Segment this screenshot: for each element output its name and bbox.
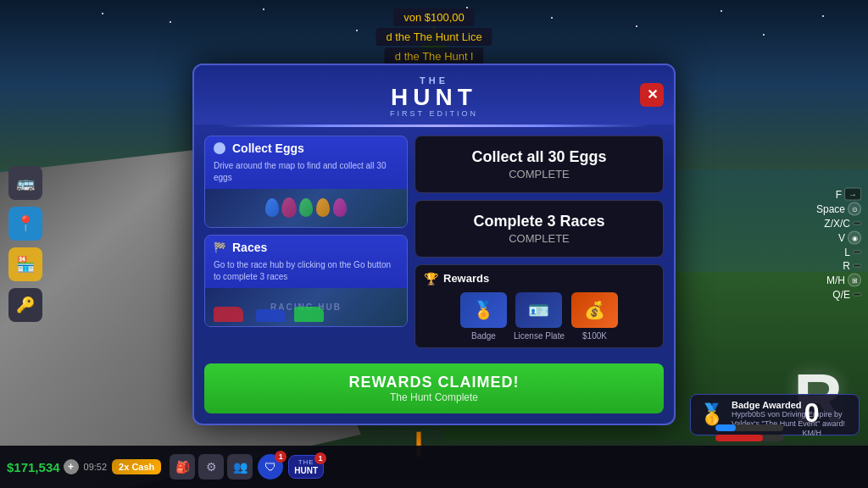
- complete-races-objective: Complete 3 Races COMPLETE: [415, 200, 664, 258]
- hud-zxc: Z/X/C: [816, 218, 861, 230]
- modal-title-hunt: HUNT: [390, 86, 478, 109]
- bottom-bar: $171,534 + 09:52 2x Cash 🎒 ⚙ 👥 🛡 1 THE H…: [0, 446, 868, 488]
- hud-zxc-key: [853, 222, 861, 225]
- health-bar-track: [715, 435, 783, 441]
- hunt-badge[interactable]: THE HUNT 1: [288, 455, 324, 479]
- cash-add-button[interactable]: +: [64, 459, 79, 474]
- collect-eggs-image: [205, 189, 407, 227]
- sidebar: 🚌 📍 🏪 🔑: [8, 166, 42, 322]
- hud-f-label: F: [836, 188, 842, 200]
- sidebar-btn-key[interactable]: 🔑: [8, 288, 42, 322]
- collect-eggs-desc: Drive around the map to find and collect…: [205, 160, 407, 189]
- complete-races-objective-status: COMPLETE: [509, 232, 570, 245]
- hud-qe-key: [853, 293, 861, 297]
- sidebar-btn-location[interactable]: 📍: [8, 207, 42, 241]
- hunt-badge-notif: 1: [314, 452, 326, 464]
- speed-display: 0 KM/H: [803, 397, 822, 437]
- badge-medal-icon: 🥇: [699, 402, 725, 426]
- hud-mh: M/H ⊞: [816, 274, 861, 287]
- reward-license-plate: 🪪 License Plate: [514, 292, 565, 341]
- quest-column: Collect Eggs Drive around the map to fin…: [204, 136, 408, 348]
- collect-eggs-title: Collect Eggs: [232, 141, 304, 155]
- races-header: 🏁 Races: [205, 236, 407, 259]
- cash-icon: 💰: [584, 300, 605, 320]
- reward-cash-image: 💰: [571, 292, 618, 328]
- reward-badge-image: 🏅: [460, 292, 507, 328]
- races-desc: Go to the race hub by clicking on the Go…: [205, 259, 407, 288]
- hunt-badge-label: HUNT: [294, 466, 318, 475]
- notification-area: 🛡 1: [258, 454, 283, 480]
- rewards-header: 🏆 Rewards: [424, 272, 654, 286]
- claim-btn-subtitle: The Hunt Complete: [390, 391, 478, 403]
- modal-title-edition: FIRST EDITION: [390, 109, 478, 118]
- boost-badge: 2x Cash: [112, 459, 161, 474]
- objectives-column: Collect all 30 Eggs COMPLETE Complete 3 …: [415, 136, 664, 348]
- boost-bar-fill: [715, 424, 736, 431]
- cash-value: $171,534: [7, 460, 60, 474]
- rewards-title: Rewards: [443, 272, 489, 285]
- sidebar-btn-shop[interactable]: 🏪: [8, 247, 42, 281]
- notification-icon: 🛡: [264, 460, 276, 474]
- right-hud: F → Space ⊙ Z/X/C V ◉ L R M/H ⊞ Q/E: [816, 188, 861, 301]
- hud-v-key: ◉: [848, 231, 861, 245]
- collect-eggs-objective: Collect all 30 Eggs COMPLETE: [415, 136, 664, 193]
- hud-mh-label: M/H: [826, 274, 845, 286]
- speed-unit: KM/H: [803, 429, 822, 437]
- modal-body: Collect Eggs Drive around the map to fin…: [194, 127, 674, 357]
- hud-r: R: [816, 260, 861, 272]
- collect-eggs-objective-status: COMPLETE: [509, 168, 570, 180]
- health-bar-row: [715, 435, 783, 441]
- hud-l: L: [816, 247, 861, 258]
- speed-value: 0: [803, 397, 822, 429]
- hud-mh-key: ⊞: [848, 274, 861, 287]
- races-card: 🏁 Races Go to the race hub by clicking o…: [204, 235, 408, 327]
- races-title: Races: [232, 241, 267, 254]
- modal-close-button[interactable]: ✕: [640, 83, 664, 107]
- badge-icon: 🏅: [473, 300, 494, 320]
- hud-r-label: R: [843, 260, 850, 272]
- claim-rewards-button[interactable]: REWARDS CLAIMED! The Hunt Complete: [204, 363, 664, 413]
- trophy-icon: 🏆: [424, 272, 438, 286]
- badge-awarded-title: Badge Awarded: [732, 400, 850, 410]
- bottom-icon-bag[interactable]: 🎒: [170, 454, 195, 480]
- rewards-card: 🏆 Rewards 🏅 Badge 🪪: [415, 264, 664, 348]
- hud-f: F →: [816, 188, 861, 201]
- hunt-modal: THE HUNT FIRST EDITION ✕ Collect Eggs Dr…: [192, 64, 676, 425]
- bottom-icon-players[interactable]: 👥: [227, 454, 253, 480]
- collect-eggs-header: Collect Eggs: [205, 136, 407, 160]
- hud-l-key: [853, 251, 861, 254]
- hud-v: V ◉: [816, 231, 861, 245]
- races-image: RACING HUB: [205, 288, 407, 326]
- hunt-badge-the: THE: [298, 458, 314, 466]
- hud-space-key: ⊙: [848, 202, 861, 216]
- reward-cash-label: $100K: [582, 331, 607, 341]
- boost-bar-row: [715, 424, 783, 431]
- modal-footer: REWARDS CLAIMED! The Hunt Complete: [194, 357, 674, 424]
- complete-races-objective-title: Complete 3 Races: [473, 213, 604, 230]
- status-bars: [715, 424, 783, 441]
- boost-bar-track: [715, 424, 783, 431]
- hud-r-key: [853, 264, 861, 268]
- sidebar-btn-truck[interactable]: 🚌: [8, 166, 42, 200]
- game-time: 09:52: [84, 462, 108, 472]
- hud-space: Space ⊙: [816, 202, 861, 216]
- plate-icon: 🪪: [528, 300, 549, 320]
- modal-header: THE HUNT FIRST EDITION ✕: [194, 65, 674, 125]
- hud-l-label: L: [844, 247, 850, 258]
- claim-btn-title: REWARDS CLAIMED!: [349, 374, 520, 391]
- modal-title: THE HUNT FIRST EDITION: [390, 75, 478, 118]
- collect-eggs-icon: [214, 142, 225, 154]
- hud-v-label: V: [838, 232, 845, 244]
- hud-qe-label: Q/E: [832, 289, 850, 301]
- reward-badge-label: Badge: [471, 331, 496, 341]
- hud-f-key: →: [844, 188, 861, 201]
- collect-eggs-objective-title: Collect all 30 Eggs: [471, 148, 606, 166]
- hud-space-label: Space: [816, 203, 845, 215]
- hud-zxc-label: Z/X/C: [824, 218, 850, 230]
- bottom-icons: 🎒 ⚙ 👥: [170, 454, 253, 480]
- reward-plate-image: 🪪: [515, 292, 562, 328]
- bottom-icon-settings[interactable]: ⚙: [198, 454, 224, 480]
- notification-badge: 1: [275, 451, 287, 463]
- reward-cash: 💰 $100K: [571, 292, 618, 341]
- races-icon: 🏁: [214, 241, 225, 253]
